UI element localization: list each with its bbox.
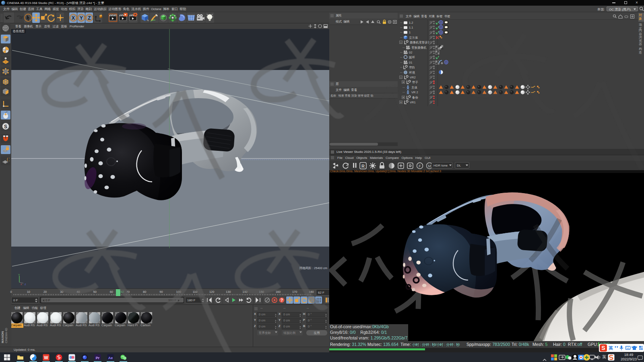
- svg-text:F: F: [419, 164, 421, 168]
- svg-text:Z: Z: [88, 15, 91, 21]
- svg-text:?: ?: [280, 298, 283, 302]
- svg-text:R: R: [361, 164, 365, 169]
- svg-text:z: z: [25, 283, 26, 286]
- svg-text:S: S: [4, 124, 7, 130]
- svg-text:M: M: [428, 164, 431, 168]
- svg-text:X: X: [71, 15, 74, 21]
- svg-text:x: x: [21, 283, 22, 286]
- svg-text:Y: Y: [79, 15, 83, 21]
- svg-text:Ae: Ae: [108, 356, 113, 360]
- svg-text:W: W: [44, 355, 48, 360]
- svg-text:Y: Y: [18, 274, 20, 276]
- svg-text:P: P: [310, 298, 312, 302]
- svg-text:( ): ( ): [7, 157, 10, 161]
- svg-text:Pr: Pr: [96, 356, 100, 360]
